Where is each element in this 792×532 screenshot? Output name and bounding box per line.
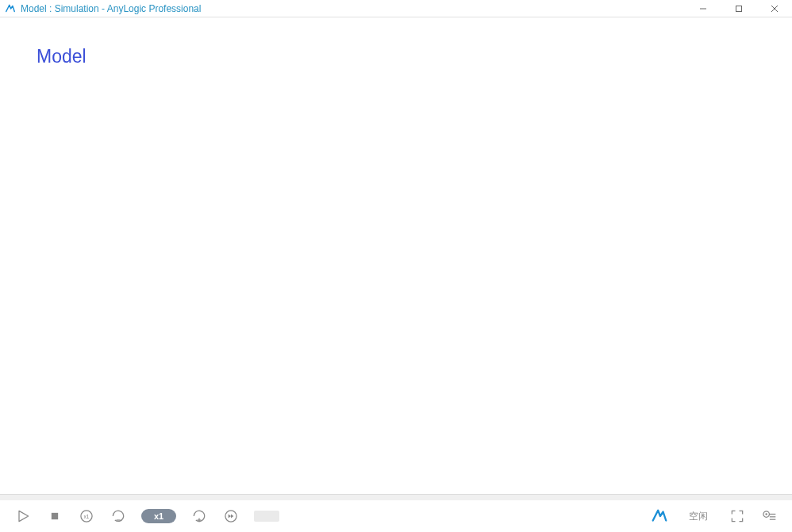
simulation-toolbar: x1 x1 空闲 (0, 500, 792, 532)
app-icon (5, 3, 16, 14)
fullscreen-button[interactable] (729, 507, 746, 525)
svg-rect-1 (736, 6, 741, 11)
slow-down-button[interactable] (110, 507, 127, 525)
fast-forward-button[interactable] (222, 507, 240, 525)
anylogic-logo-icon[interactable] (651, 507, 668, 525)
maximize-button[interactable] (721, 0, 756, 17)
speed-up-button[interactable] (190, 507, 208, 525)
window-title: Model : Simulation - AnyLogic Profession… (21, 3, 201, 14)
simulation-canvas[interactable]: Model (0, 17, 792, 494)
svg-text:x1: x1 (83, 514, 89, 519)
speed-indicator[interactable]: x1 (141, 509, 176, 523)
time-slider[interactable] (254, 511, 279, 522)
svg-rect-4 (52, 513, 58, 519)
play-button[interactable] (14, 507, 32, 525)
minimize-button[interactable] (685, 0, 721, 17)
svg-point-12 (765, 513, 767, 515)
close-button[interactable] (756, 0, 792, 17)
reset-speed-button[interactable]: x1 (78, 507, 95, 525)
settings-button[interactable] (760, 507, 778, 525)
separator (0, 494, 792, 500)
stop-button[interactable] (46, 507, 63, 525)
status-text: 空闲 (689, 510, 708, 523)
titlebar: Model : Simulation - AnyLogic Profession… (0, 0, 792, 17)
model-heading: Model (37, 46, 87, 67)
